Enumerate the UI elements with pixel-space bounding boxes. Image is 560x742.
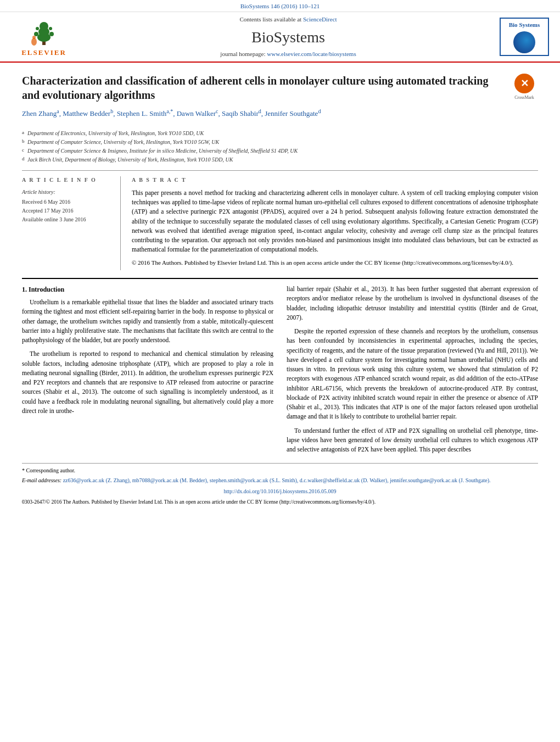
main-content: Characterization and classification of a…	[0, 63, 560, 511]
doi-link[interactable]: http://dx.doi.org/10.1016/j.biosystems.2…	[223, 488, 336, 494]
journal-citation-bar: BioSystems 146 (2016) 110–121	[0, 0, 560, 12]
email-footer: E-mail addresses: zz636@york.ac.uk (Z. Z…	[22, 477, 538, 484]
abstract-copyright: © 2016 The Authors. Published by Elsevie…	[132, 258, 538, 267]
journal-homepage: journal homepage: www.elsevier.com/locat…	[77, 50, 500, 58]
journal-header: BioSystems 146 (2016) 110–121 ELSEVIER	[0, 0, 560, 63]
elsevier-tree-icon	[27, 16, 60, 47]
abstract-label: A B S T R A C T	[132, 176, 538, 184]
article-title-section: Characterization and classification of a…	[22, 68, 538, 124]
affil-b: b Department of Computer Science, Univer…	[22, 138, 538, 146]
article-info: A R T I C L E I N F O Article history: R…	[22, 176, 121, 270]
body-col1-para1: Urothelium is a remarkable epithelial ti…	[22, 298, 273, 345]
section1-title: Introduction	[29, 286, 64, 293]
affil-a-text: Department of Electronics, University of…	[27, 129, 204, 137]
svg-point-4	[34, 32, 38, 36]
author-zhen-zhang: Zhen Zhang	[22, 110, 57, 118]
crossmark-icon: ✕	[514, 74, 534, 93]
received-date: Received 6 May 2016	[22, 198, 113, 206]
info-abstract-row: A R T I C L E I N F O Article history: R…	[22, 170, 538, 270]
accepted-date: Accepted 17 May 2016	[22, 207, 113, 215]
body-col1: 1. Introduction Urothelium is a remarkab…	[22, 284, 273, 459]
author-jennifer-southgate: Jennifer Southgate	[265, 110, 318, 118]
section1-number: 1.	[22, 286, 27, 293]
journal-masthead: ELSEVIER Contents lists available at Sci…	[0, 12, 560, 62]
abstract-text: This paper presents a novel method for t…	[132, 188, 538, 267]
crossmark-label: CrossMark	[514, 94, 534, 101]
affil-d-text: Jack Birch Unit, Department of Biology, …	[27, 155, 233, 164]
biosystems-logo-graphic	[513, 31, 535, 53]
body-divider	[22, 278, 538, 279]
affil-d: d Jack Birch Unit, Department of Biology…	[22, 155, 538, 164]
author-stephen-smith: Stephen L. Smith	[117, 110, 167, 118]
email-label: E-mail addresses:	[22, 477, 63, 483]
doi-bar: http://dx.doi.org/10.1016/j.biosystems.2…	[22, 487, 538, 496]
affiliations: a Department of Electronics, University …	[22, 129, 538, 164]
journal-center-info: Contents lists available at ScienceDirec…	[77, 15, 500, 58]
copyright-footer: 0303-2647/© 2016 The Authors. Published …	[22, 499, 538, 506]
body-col2-para1: lial barrier repair (Shabir et al., 2013…	[287, 284, 538, 322]
svg-point-7	[49, 27, 52, 30]
svg-point-9	[32, 36, 36, 39]
email-list[interactable]: zz636@york.ac.uk (Z. Zhang), mb7088@york…	[63, 477, 491, 483]
copyright-text: 0303-2647/© 2016 The Authors. Published …	[22, 499, 376, 505]
abstract-section: A B S T R A C T This paper presents a no…	[132, 176, 538, 270]
footer-section: * Corresponding author. E-mail addresses…	[22, 463, 538, 484]
svg-point-8	[31, 38, 37, 46]
affil-c-text: Department of Computer Science & Insigne…	[27, 147, 298, 155]
article-authors: Zhen Zhanga, Matthew Bedderb, Stephen L.…	[22, 108, 500, 119]
author-dawn-walker: Dawn Walker	[177, 110, 216, 118]
elsevier-logo: ELSEVIER	[11, 16, 77, 58]
article-body: 1. Introduction Urothelium is a remarkab…	[22, 284, 538, 459]
sciencedirect-link[interactable]: ScienceDirect	[303, 16, 337, 23]
body-col2-para2: Despite the reported expression of these…	[287, 327, 538, 422]
body-col1-para2: The urothelium is reported to respond to…	[22, 349, 273, 416]
affil-b-text: Department of Computer Science, Universi…	[27, 138, 219, 146]
journal-homepage-link[interactable]: www.elsevier.com/locate/biosystems	[267, 51, 356, 57]
contents-available-text: Contents lists available at ScienceDirec…	[77, 15, 500, 24]
author-matthew-bedder: Matthew Bedder	[63, 110, 110, 118]
available-date: Available online 3 June 2016	[22, 216, 113, 224]
journal-name: BioSystems	[77, 26, 500, 48]
svg-point-3	[40, 22, 48, 31]
author-saqib-shabir: Saqib Shabir	[222, 110, 259, 118]
body-col2: lial barrier repair (Shabir et al., 2013…	[287, 284, 538, 459]
affil-a: a Department of Electronics, University …	[22, 129, 538, 137]
section1-heading: 1. Introduction	[22, 284, 273, 294]
elsevier-wordmark: ELSEVIER	[21, 48, 66, 58]
biosystems-logo: Bio Systems	[500, 18, 549, 56]
article-info-label: A R T I C L E I N F O	[22, 176, 113, 184]
biosystems-logo-text: Bio Systems	[509, 21, 540, 29]
svg-point-6	[36, 27, 39, 30]
article-title: Characterization and classification of a…	[22, 74, 500, 102]
journal-citation: BioSystems 146 (2016) 110–121	[240, 3, 320, 9]
crossmark-badge[interactable]: ✕ CrossMark	[511, 74, 538, 101]
corresponding-author: * Corresponding author.	[22, 467, 538, 475]
article-history-label: Article history:	[22, 188, 113, 196]
article-title-text: Characterization and classification of a…	[22, 74, 500, 124]
affil-c: c Department of Computer Science & Insig…	[22, 147, 538, 155]
svg-point-5	[49, 32, 54, 36]
body-col2-para3: To understand further the effect of ATP …	[287, 426, 538, 455]
abstract-paragraph: This paper presents a novel method for t…	[132, 188, 538, 255]
